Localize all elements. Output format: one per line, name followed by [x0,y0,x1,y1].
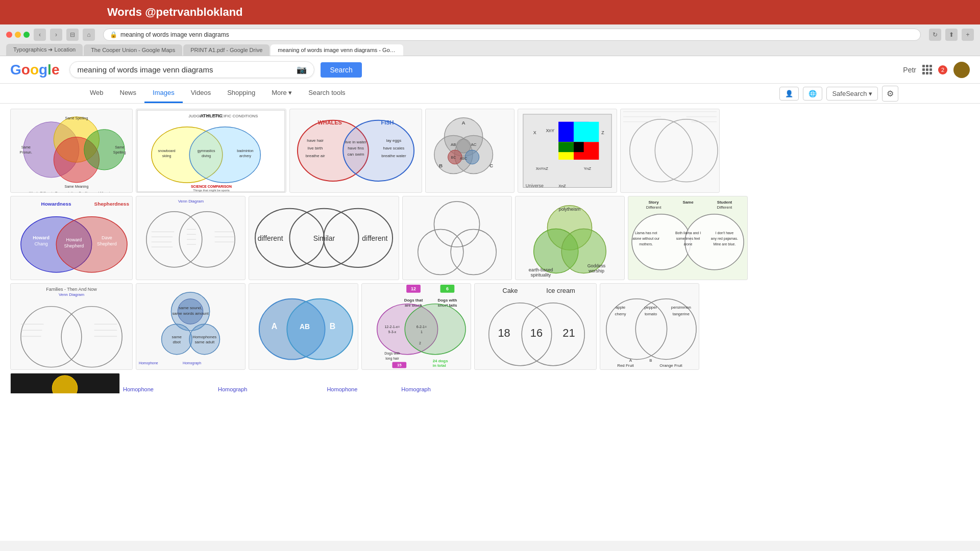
image-card-3blank[interactable] [402,196,512,280]
close-button[interactable] [6,32,12,38]
image-card-sets[interactable]: XnY XnYnZ YnZ XnZ Universe X Z [518,109,617,193]
image-card-sport[interactable]: ATHLETIC JUDGED BY SPECIFIC CONDITIONS s… [136,109,286,193]
nav-images[interactable]: Images [144,84,183,103]
image-card-poly[interactable]: polytheism earth-based spirituality Godd… [515,196,625,280]
image-card-abc[interactable]: A B C AB ABC BC AC [425,109,514,193]
nav-more[interactable]: More ▾ [263,84,300,103]
home-button[interactable]: ⌂ [83,29,95,41]
image-card-blank-venn[interactable] [620,109,720,193]
image-card-fruits[interactable]: apple cherry pepper tomato persimmon tan… [600,283,699,370]
svg-text:Chang: Chang [34,241,47,246]
image-card-howard[interactable]: Howardness Shepherdness Howard Chang How… [10,196,133,280]
homograph-label-2[interactable]: Homograph [401,386,430,392]
image-card-venn-blank2[interactable]: Venn Diagram [136,196,246,280]
svg-text:Different: Different [717,205,732,209]
svg-text:Homograph: Homograph [183,361,201,365]
svg-text:persimmon: persimmon [671,305,691,310]
svg-text:have hair: have hair [307,138,324,143]
image-card-families[interactable]: Families - Then And Now Venn Diagram [10,283,133,370]
tab-1[interactable]: The Cooper Union - Google Maps [84,44,182,56]
svg-point-3 [84,129,125,169]
search-button[interactable]: Search [321,62,361,78]
svg-text:Howard: Howard [66,237,82,242]
svg-text:Howard: Howard [33,235,50,240]
forward-button[interactable]: › [50,29,62,41]
apps-icon[interactable] [922,65,932,74]
image-row-3: Families - Then And Now Venn Diagram [10,283,970,370]
svg-text:Llama has not: Llama has not [635,231,657,235]
address-bar[interactable]: 🔒 meaning of words image venn diagrams [103,29,921,41]
fullscreen-button[interactable] [23,32,30,38]
reload-button[interactable]: ↻ [929,29,941,41]
homophones-svg: same sound, same words amount same dbot … [136,284,245,369]
globe-icon-btn[interactable]: 🌐 [803,87,822,101]
grid-dot [929,68,932,71]
svg-text:polytheism: polytheism [559,207,581,212]
nav-videos[interactable]: Videos [183,84,219,103]
sets-svg: XnY XnYnZ YnZ XnZ Universe X Z [518,109,617,192]
svg-text:pepper: pepper [645,305,657,310]
image-card-dogs[interactable]: 12 6 Dogs that are black Dogs with short… [361,283,471,370]
tab-0[interactable]: Typographics ➜ Location [6,44,83,56]
notification-badge[interactable]: 2 [938,65,947,74]
share-button[interactable]: ⬆ [945,29,958,41]
tab-3[interactable]: meaning of words image venn diagrams - G… [271,44,403,56]
svg-text:18: 18 [498,327,510,339]
svg-text:Families - Then And Now: Families - Then And Now [46,287,97,292]
minimize-button[interactable] [15,32,21,38]
homograph-label-1[interactable]: Homograph [218,386,247,392]
tab-2[interactable]: PRINT A1.pdf - Google Drive [183,44,270,56]
image-card-story[interactable]: Story Different Same Student Different L… [628,196,748,280]
back-button[interactable]: ‹ [34,29,46,41]
tab-bar: Typographics ➜ Location The Cooper Union… [6,44,974,56]
nav-web[interactable]: Web [82,84,112,103]
show-tabs-button[interactable]: ⊟ [66,29,79,41]
svg-text:Dogs with: Dogs with [384,351,400,355]
svg-text:have fins: have fins [348,146,364,151]
bottom-labels: Homophone Homograph Homophone Homograph [123,373,431,393]
homophone-label-2[interactable]: Homophone [327,386,357,392]
nav-shopping[interactable]: Shopping [219,84,263,103]
image-card-venn-words[interactable]: Words Differs in Pronunciation, Spelling… [10,109,133,193]
search-input[interactable] [77,65,292,74]
svg-text:Spelling: Spelling [113,151,126,155]
nav-news[interactable]: News [112,84,145,103]
svg-text:same words amount: same words amount [172,311,209,316]
svg-text:Similar: Similar [313,234,335,242]
logo-g2: g [39,62,47,78]
image-card-whales[interactable]: WHALES FISH have hair live birth breathe… [289,109,422,193]
homophone-label-1[interactable]: Homophone [123,386,154,392]
svg-text:Both llama and I: Both llama and I [675,231,701,235]
camera-icon[interactable]: 📷 [297,65,307,74]
svg-text:Dogs that: Dogs that [404,297,423,302]
svg-text:B: B [439,163,443,168]
svg-text:Z: Z [601,130,604,135]
svg-text:Mine are blue.: Mine are blue. [713,242,736,246]
settings-icon-btn[interactable]: ⚙ [882,86,898,102]
svg-text:15: 15 [397,363,402,367]
new-tab-button[interactable]: + [962,29,974,41]
svg-text:Dogs with: Dogs with [438,297,457,302]
fruits-svg: apple cherry pepper tomato persimmon tan… [600,284,699,369]
image-card-cakeice[interactable]: Cake Ice cream 18 16 21 [474,283,597,370]
nav-search-tools[interactable]: Search tools [300,84,353,103]
grid-dot [929,65,932,67]
image-card-homophones[interactable]: same sound, same words amount same dbot … [136,283,246,370]
image-card-similar[interactable]: different Similar different [249,196,399,280]
svg-text:Goddess: Goddess [587,263,606,268]
person-icon-btn[interactable]: 👤 [779,87,799,101]
browser-controls: ‹ › ⊟ ⌂ 🔒 meaning of words image venn di… [6,29,974,41]
user-name[interactable]: Petr [903,66,916,74]
svg-text:Orange Fruit: Orange Fruit [659,363,682,368]
google-nav: Web News Images Videos Shopping More ▾ S… [0,84,980,104]
safesearch-btn[interactable]: SafeSearch ▾ [826,87,878,101]
avatar[interactable] [953,62,970,78]
svg-text:live in water: live in water [345,140,366,144]
image-card-dark[interactable] [10,373,120,393]
image-card-ab[interactable]: A AB B [249,283,358,370]
svg-text:Things that might be sports: Things that might be sports [193,188,230,191]
ab-svg: A AB B [249,284,358,369]
sport-svg: ATHLETIC JUDGED BY SPECIFIC CONDITIONS s… [136,109,286,193]
search-box[interactable]: 📷 [69,61,314,78]
svg-text:Venn Diagram: Venn Diagram [178,199,204,204]
